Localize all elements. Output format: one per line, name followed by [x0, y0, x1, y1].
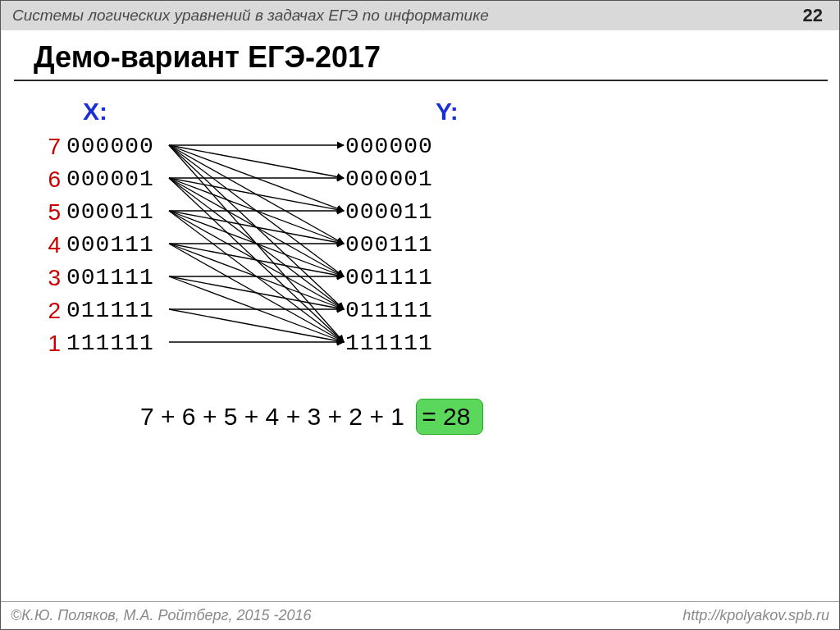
svg-line-16 [169, 211, 344, 309]
svg-line-10 [169, 178, 344, 276]
svg-line-11 [169, 178, 344, 309]
svg-line-8 [169, 178, 344, 211]
footer-right: http://kpolyakov.spb.ru [682, 607, 829, 624]
y-cell: 001111 [345, 262, 433, 294]
x-cell: 000000 [66, 130, 154, 163]
y-cell: 000000 [345, 130, 433, 163]
footer-left: К.Ю. Поляков, М.А. Ройтберг, 2015 -2016 [21, 607, 311, 624]
svg-line-15 [169, 211, 344, 276]
svg-line-26 [169, 309, 344, 342]
svg-line-21 [169, 244, 344, 342]
y-cell: 011111 [345, 294, 433, 327]
svg-line-3 [169, 145, 344, 244]
x-cell: 111111 [66, 327, 154, 360]
svg-line-2 [169, 145, 344, 211]
svg-line-19 [169, 244, 344, 276]
x-cell: 001111 [66, 262, 154, 294]
svg-line-14 [169, 211, 344, 244]
svg-line-24 [169, 276, 344, 342]
label-y: Y: [436, 98, 459, 126]
footer: © К.Ю. Поляков, М.А. Ройтберг, 2015 -201… [1, 601, 839, 629]
sum-expression: 7 + 6 + 5 + 4 + 3 + 2 + 1 [140, 403, 416, 431]
index-cell: 1 [45, 327, 62, 360]
x-cell: 000111 [66, 229, 154, 262]
svg-line-12 [169, 178, 344, 342]
index-cell: 5 [45, 196, 62, 229]
svg-line-17 [169, 211, 344, 342]
svg-line-5 [169, 145, 344, 309]
y-cell: 111111 [345, 327, 433, 360]
sum-result: = 28 [416, 399, 482, 435]
slide-heading: Демо-вариант ЕГЭ-2017 [34, 40, 381, 75]
page-number: 22 [803, 5, 823, 26]
topbar-title: Системы логических уравнений в задачах Е… [12, 7, 803, 25]
index-cell: 4 [45, 229, 62, 262]
label-x: X: [83, 98, 107, 126]
svg-line-20 [169, 244, 344, 309]
y-cell: 000011 [345, 196, 433, 229]
svg-line-6 [169, 145, 344, 342]
sum-line: 7 + 6 + 5 + 4 + 3 + 2 + 1 = 28 [140, 399, 483, 435]
topbar: Системы логических уравнений в задачах Е… [1, 1, 839, 30]
y-cell: 000111 [345, 229, 433, 262]
x-column: 0000000000010000110001110011110111111111… [66, 130, 154, 360]
svg-line-9 [169, 178, 344, 244]
y-cell: 000001 [345, 163, 433, 196]
x-cell: 000001 [66, 163, 154, 196]
y-column: 0000000000010000110001110011110111111111… [345, 130, 433, 360]
slide: Системы логических уравнений в задачах Е… [0, 0, 840, 630]
svg-line-1 [169, 145, 344, 178]
index-cell: 6 [45, 163, 62, 196]
index-cell: 7 [45, 130, 62, 163]
svg-line-4 [169, 145, 344, 276]
index-cell: 3 [45, 262, 62, 294]
x-cell: 011111 [66, 294, 154, 327]
index-cell: 2 [45, 294, 62, 327]
x-cell: 000011 [66, 196, 154, 229]
copyright-icon: © [11, 607, 21, 624]
heading-rule [14, 80, 828, 81]
svg-line-23 [169, 276, 344, 309]
index-column: 7654321 [45, 130, 62, 360]
